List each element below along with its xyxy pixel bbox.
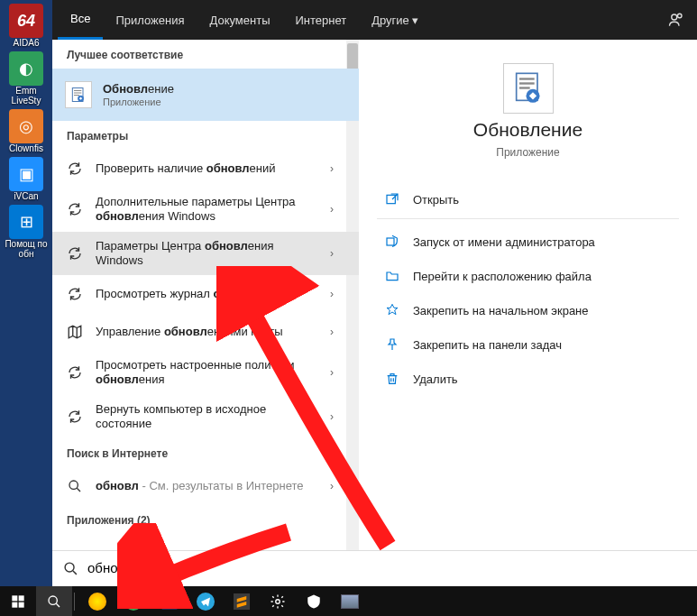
chevron-right-icon: ›	[330, 288, 346, 300]
svg-rect-11	[519, 87, 530, 88]
map-icon	[65, 322, 85, 342]
taskbar-app-sublime[interactable]	[224, 586, 260, 616]
tab-web[interactable]: Интернет	[282, 0, 359, 40]
settings-row[interactable]: Вернуть компьютер в исходное состояние ›	[52, 395, 359, 439]
best-match-sub: Приложение	[103, 97, 346, 107]
chevron-right-icon: ›	[330, 162, 346, 175]
tab-all[interactable]: Все	[58, 0, 103, 40]
trash-icon	[384, 371, 400, 387]
sync-icon	[65, 363, 85, 382]
search-input[interactable]: обновление	[87, 560, 165, 577]
apps-header: Приложения (2)	[52, 505, 359, 534]
svg-rect-10	[519, 82, 535, 84]
sync-icon	[65, 244, 85, 263]
tab-more[interactable]: Другие ▾	[359, 0, 431, 40]
svg-rect-18	[12, 602, 17, 607]
desktop-icon[interactable]: 64 AIDA6	[2, 4, 50, 48]
preview-pane: Обновление Приложение Открыть Запуск от …	[359, 40, 697, 550]
taskbar-app-save[interactable]	[151, 586, 188, 616]
settings-row[interactable]: Проверить наличие обновлений ›	[52, 150, 359, 188]
settings-row[interactable]: Параметры Центра обновления Windows ›	[52, 232, 359, 276]
feedback-icon[interactable]	[656, 0, 697, 40]
preview-title: Обновление	[473, 119, 582, 141]
search-box[interactable]: обновление	[52, 550, 697, 586]
action-run-admin[interactable]: Запуск от имени администратора	[377, 225, 679, 259]
svg-rect-23	[165, 602, 174, 608]
sync-icon	[65, 159, 85, 179]
svg-rect-14	[387, 238, 394, 245]
settings-row[interactable]: Управление обновлениями карты ›	[52, 313, 359, 351]
svg-rect-13	[387, 195, 395, 203]
desktop: 64 AIDA6 ◐ Emm LiveSty ◎ Clownfis ▣ iVCa…	[0, 0, 52, 586]
action-open[interactable]: Открыть	[377, 182, 679, 216]
settings-header: Параметры	[52, 121, 359, 150]
results-list: Лучшее соответствие Обновление Приложени…	[52, 40, 359, 550]
sync-icon	[65, 407, 85, 427]
chevron-right-icon: ›	[330, 247, 346, 260]
settings-row[interactable]: Просмотреть журнал обновлений ›	[52, 275, 359, 313]
search-tabs: Все Приложения Документы Интернет Другие…	[52, 0, 697, 40]
action-delete[interactable]: Удалить	[377, 362, 679, 396]
desktop-icon[interactable]: ▣ iVCan	[2, 157, 50, 201]
tab-apps[interactable]: Приложения	[103, 0, 197, 40]
taskbar-app-generic[interactable]	[332, 586, 368, 616]
svg-rect-19	[19, 602, 24, 607]
svg-rect-16	[12, 595, 17, 601]
taskbar-search-button[interactable]	[36, 586, 72, 616]
settings-row[interactable]: Просмотреть настроенные политики обновле…	[52, 351, 359, 395]
svg-point-1	[678, 14, 683, 18]
svg-point-7	[69, 481, 78, 489]
taskbar-app-security[interactable]	[296, 586, 332, 616]
svg-point-25	[276, 599, 280, 603]
svg-rect-5	[74, 95, 79, 96]
pin-start-icon	[384, 302, 400, 318]
svg-rect-24	[234, 593, 250, 610]
start-button[interactable]	[0, 586, 36, 616]
search-panel: Все Приложения Документы Интернет Другие…	[52, 0, 697, 586]
svg-point-0	[672, 14, 677, 20]
admin-icon	[384, 234, 400, 250]
best-match-header: Лучшее соответствие	[52, 40, 359, 69]
action-pin-start[interactable]: Закрепить на начальном экране	[377, 293, 679, 327]
action-pin-taskbar[interactable]: Закрепить на панели задач	[377, 327, 679, 362]
svg-rect-4	[74, 93, 81, 94]
svg-point-15	[65, 563, 74, 572]
preview-sub: Приложение	[496, 146, 559, 159]
best-match-row[interactable]: Обновление Приложение	[52, 69, 359, 121]
app-icon	[65, 81, 92, 108]
chevron-right-icon: ›	[330, 480, 346, 492]
chevron-right-icon: ›	[330, 326, 346, 338]
desktop-icon[interactable]: ◐ Emm LiveSty	[2, 51, 50, 106]
separator	[377, 218, 679, 219]
web-header: Поиск в Интернете	[52, 438, 359, 467]
svg-rect-17	[19, 595, 24, 601]
chevron-right-icon: ›	[330, 366, 346, 379]
taskbar-app-settings[interactable]	[260, 586, 296, 616]
desktop-icon[interactable]: ⊞ Помощ по обн	[2, 205, 50, 259]
svg-rect-9	[519, 78, 535, 79]
open-icon	[384, 191, 400, 207]
chevron-right-icon: ›	[330, 410, 346, 423]
taskbar	[0, 586, 697, 616]
best-match-title: Обновление	[103, 82, 346, 97]
web-row[interactable]: обновл - См. результаты в Интернете ›	[52, 467, 359, 505]
pin-task-icon	[384, 336, 400, 353]
search-icon	[65, 476, 85, 496]
text-cursor	[133, 561, 134, 577]
taskbar-app-telegram[interactable]	[188, 586, 224, 616]
taskbar-app-chrome[interactable]	[115, 586, 151, 616]
desktop-icon[interactable]: ◎ Clownfis	[2, 109, 50, 153]
preview-app-icon	[503, 63, 554, 114]
svg-rect-3	[74, 90, 81, 91]
sync-icon	[65, 199, 85, 219]
settings-row[interactable]: Дополнительные параметры Центра обновлен…	[52, 188, 359, 232]
folder-icon	[384, 268, 400, 284]
sync-icon	[65, 284, 85, 304]
taskbar-app-yandex[interactable]	[79, 586, 115, 616]
svg-rect-22	[165, 594, 174, 600]
chevron-right-icon: ›	[330, 203, 346, 216]
search-icon	[63, 561, 78, 576]
tab-docs[interactable]: Документы	[197, 0, 282, 40]
svg-point-20	[49, 596, 57, 604]
action-open-location[interactable]: Перейти к расположению файла	[377, 259, 679, 293]
